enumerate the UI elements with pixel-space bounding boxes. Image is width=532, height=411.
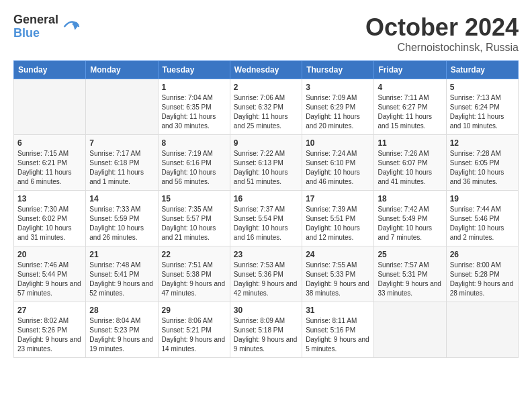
calendar-day-header: Thursday: [302, 61, 374, 79]
calendar-cell: 27Sunrise: 8:02 AM Sunset: 5:26 PM Dayli…: [14, 302, 86, 358]
day-info: Sunrise: 7:53 AM Sunset: 5:36 PM Dayligh…: [234, 261, 298, 298]
calendar-day-header: Sunday: [14, 61, 86, 79]
location-subtitle: Chernoistochinsk, Russia: [365, 42, 519, 54]
day-number: 27: [17, 306, 82, 315]
day-number: 22: [162, 250, 226, 259]
calendar-day-header: Friday: [374, 61, 446, 79]
day-info: Sunrise: 7:46 AM Sunset: 5:44 PM Dayligh…: [17, 261, 82, 298]
day-info: Sunrise: 8:11 AM Sunset: 5:16 PM Dayligh…: [306, 316, 370, 354]
calendar-cell: 26Sunrise: 8:00 AM Sunset: 5:28 PM Dayli…: [446, 246, 518, 302]
day-info: Sunrise: 7:26 AM Sunset: 6:07 PM Dayligh…: [378, 149, 442, 187]
logo-icon: [61, 17, 80, 36]
calendar-week-row: 20Sunrise: 7:46 AM Sunset: 5:44 PM Dayli…: [14, 246, 519, 302]
calendar-day-header: Saturday: [446, 61, 518, 79]
calendar-cell: 24Sunrise: 7:55 AM Sunset: 5:33 PM Dayli…: [302, 246, 374, 302]
day-info: Sunrise: 7:15 AM Sunset: 6:21 PM Dayligh…: [17, 149, 82, 187]
day-number: 17: [306, 194, 370, 203]
day-info: Sunrise: 7:39 AM Sunset: 5:51 PM Dayligh…: [306, 205, 370, 242]
day-info: Sunrise: 8:04 AM Sunset: 5:23 PM Dayligh…: [89, 316, 154, 354]
day-number: 5: [450, 83, 515, 92]
calendar-cell: 5Sunrise: 7:13 AM Sunset: 6:24 PM Daylig…: [446, 79, 518, 135]
calendar-cell: [14, 79, 86, 135]
day-number: 25: [378, 250, 442, 259]
day-number: 15: [162, 194, 226, 203]
day-info: Sunrise: 7:19 AM Sunset: 6:16 PM Dayligh…: [162, 149, 226, 187]
calendar-cell: 22Sunrise: 7:51 AM Sunset: 5:38 PM Dayli…: [158, 246, 230, 302]
calendar-table: SundayMondayTuesdayWednesdayThursdayFrid…: [13, 60, 519, 358]
day-number: 28: [89, 306, 154, 315]
calendar-cell: [446, 302, 518, 358]
day-number: 2: [234, 83, 298, 92]
day-info: Sunrise: 7:44 AM Sunset: 5:46 PM Dayligh…: [450, 205, 515, 242]
calendar-cell: 29Sunrise: 8:06 AM Sunset: 5:21 PM Dayli…: [158, 302, 230, 358]
day-info: Sunrise: 7:42 AM Sunset: 5:49 PM Dayligh…: [378, 205, 442, 242]
day-number: 1: [162, 83, 226, 92]
calendar-cell: 2Sunrise: 7:06 AM Sunset: 6:32 PM Daylig…: [230, 79, 302, 135]
day-info: Sunrise: 8:02 AM Sunset: 5:26 PM Dayligh…: [17, 316, 82, 354]
page-header: General Blue October 2024 Chernoistochin…: [13, 13, 519, 54]
day-number: 3: [306, 83, 370, 92]
calendar-day-header: Tuesday: [158, 61, 230, 79]
day-info: Sunrise: 7:28 AM Sunset: 6:05 PM Dayligh…: [450, 149, 515, 187]
day-number: 20: [17, 250, 82, 259]
calendar-cell: 15Sunrise: 7:35 AM Sunset: 5:57 PM Dayli…: [158, 191, 230, 246]
calendar-week-row: 6Sunrise: 7:15 AM Sunset: 6:21 PM Daylig…: [14, 135, 519, 191]
day-info: Sunrise: 7:30 AM Sunset: 6:02 PM Dayligh…: [17, 205, 82, 242]
day-number: 10: [306, 138, 370, 148]
calendar-cell: 8Sunrise: 7:19 AM Sunset: 6:16 PM Daylig…: [158, 135, 230, 191]
logo-general-text: General: [13, 13, 58, 27]
day-number: 16: [234, 194, 298, 203]
calendar-week-row: 1Sunrise: 7:04 AM Sunset: 6:35 PM Daylig…: [14, 79, 519, 135]
calendar-cell: 25Sunrise: 7:57 AM Sunset: 5:31 PM Dayli…: [374, 246, 446, 302]
calendar-cell: 20Sunrise: 7:46 AM Sunset: 5:44 PM Dayli…: [14, 246, 86, 302]
day-info: Sunrise: 8:09 AM Sunset: 5:18 PM Dayligh…: [234, 316, 298, 354]
title-section: October 2024 Chernoistochinsk, Russia: [365, 13, 519, 54]
day-info: Sunrise: 7:09 AM Sunset: 6:29 PM Dayligh…: [306, 93, 370, 131]
day-info: Sunrise: 7:11 AM Sunset: 6:27 PM Dayligh…: [378, 93, 442, 131]
day-number: 9: [234, 138, 298, 148]
day-number: 26: [450, 250, 515, 259]
calendar-cell: 7Sunrise: 7:17 AM Sunset: 6:18 PM Daylig…: [86, 135, 158, 191]
day-info: Sunrise: 7:04 AM Sunset: 6:35 PM Dayligh…: [162, 93, 226, 131]
calendar-cell: 1Sunrise: 7:04 AM Sunset: 6:35 PM Daylig…: [158, 79, 230, 135]
day-info: Sunrise: 7:17 AM Sunset: 6:18 PM Dayligh…: [89, 149, 154, 187]
day-number: 7: [89, 138, 154, 148]
day-info: Sunrise: 7:24 AM Sunset: 6:10 PM Dayligh…: [306, 149, 370, 187]
calendar-cell: 17Sunrise: 7:39 AM Sunset: 5:51 PM Dayli…: [302, 191, 374, 246]
calendar-cell: 23Sunrise: 7:53 AM Sunset: 5:36 PM Dayli…: [230, 246, 302, 302]
calendar-cell: 16Sunrise: 7:37 AM Sunset: 5:54 PM Dayli…: [230, 191, 302, 246]
day-number: 31: [306, 306, 370, 315]
day-number: 6: [17, 138, 82, 148]
calendar-cell: 18Sunrise: 7:42 AM Sunset: 5:49 PM Dayli…: [374, 191, 446, 246]
day-info: Sunrise: 7:13 AM Sunset: 6:24 PM Dayligh…: [450, 93, 515, 131]
logo-blue-text: Blue: [13, 27, 58, 40]
calendar-cell: 21Sunrise: 7:48 AM Sunset: 5:41 PM Dayli…: [86, 246, 158, 302]
day-number: 21: [89, 250, 154, 259]
calendar-cell: 31Sunrise: 8:11 AM Sunset: 5:16 PM Dayli…: [302, 302, 374, 358]
calendar-cell: [86, 79, 158, 135]
calendar-cell: 12Sunrise: 7:28 AM Sunset: 6:05 PM Dayli…: [446, 135, 518, 191]
day-number: 23: [234, 250, 298, 259]
day-info: Sunrise: 7:57 AM Sunset: 5:31 PM Dayligh…: [378, 261, 442, 298]
day-number: 29: [162, 306, 226, 315]
calendar-cell: 9Sunrise: 7:22 AM Sunset: 6:13 PM Daylig…: [230, 135, 302, 191]
day-number: 14: [89, 194, 154, 203]
calendar-cell: 14Sunrise: 7:33 AM Sunset: 5:59 PM Dayli…: [86, 191, 158, 246]
calendar-cell: 4Sunrise: 7:11 AM Sunset: 6:27 PM Daylig…: [374, 79, 446, 135]
calendar-header-row: SundayMondayTuesdayWednesdayThursdayFrid…: [14, 61, 519, 79]
calendar-cell: 30Sunrise: 8:09 AM Sunset: 5:18 PM Dayli…: [230, 302, 302, 358]
day-number: 4: [378, 83, 442, 92]
day-info: Sunrise: 7:51 AM Sunset: 5:38 PM Dayligh…: [162, 261, 226, 298]
day-number: 18: [378, 194, 442, 203]
calendar-cell: 19Sunrise: 7:44 AM Sunset: 5:46 PM Dayli…: [446, 191, 518, 246]
month-title: October 2024: [365, 13, 519, 42]
day-number: 30: [234, 306, 298, 315]
calendar-cell: 11Sunrise: 7:26 AM Sunset: 6:07 PM Dayli…: [374, 135, 446, 191]
calendar-cell: 28Sunrise: 8:04 AM Sunset: 5:23 PM Dayli…: [86, 302, 158, 358]
calendar-day-header: Monday: [86, 61, 158, 79]
calendar-cell: [374, 302, 446, 358]
day-info: Sunrise: 7:33 AM Sunset: 5:59 PM Dayligh…: [89, 205, 154, 242]
day-number: 19: [450, 194, 515, 203]
day-info: Sunrise: 8:00 AM Sunset: 5:28 PM Dayligh…: [450, 261, 515, 298]
calendar-cell: 6Sunrise: 7:15 AM Sunset: 6:21 PM Daylig…: [14, 135, 86, 191]
